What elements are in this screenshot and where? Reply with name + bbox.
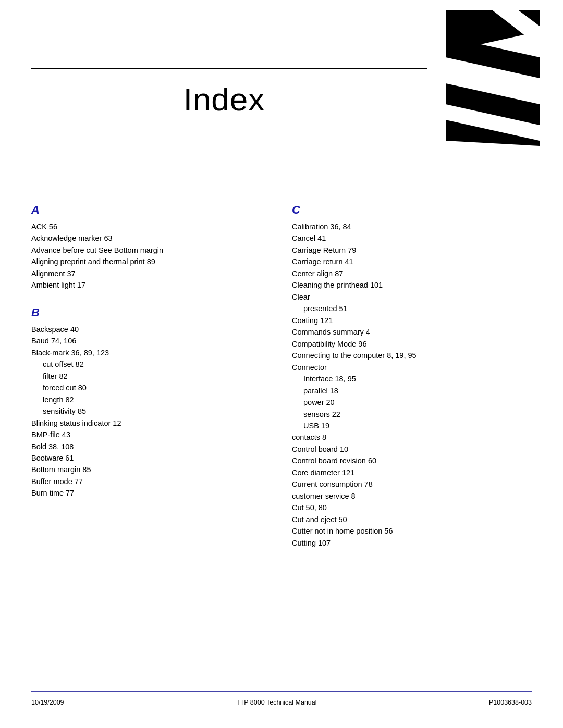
entry-cutting: Cutting 107 xyxy=(292,537,532,549)
content-area: A ACK 56 Acknowledge marker 63 Advance b… xyxy=(31,203,532,563)
entry-power: power 20 xyxy=(292,397,532,408)
entry-presented: presented 51 xyxy=(292,303,532,314)
entry-ack: ACK 56 xyxy=(31,221,271,232)
entry-parallel: parallel 18 xyxy=(292,385,532,397)
entry-blinking: Blinking status indicator 12 xyxy=(31,417,271,429)
entry-cutter-home: Cutter not in home position 56 xyxy=(292,525,532,537)
entry-burn-time: Burn time 77 xyxy=(31,487,271,499)
entry-connecting: Connecting to the computer 8, 19, 95 xyxy=(292,350,532,361)
entry-control-board-revision: Control board revision 60 xyxy=(292,455,532,466)
entry-clear: Clear xyxy=(292,291,532,303)
entry-usb: USB 19 xyxy=(292,420,532,431)
footer-rule xyxy=(31,691,532,692)
entry-bootware: Bootware 61 xyxy=(31,452,271,464)
entry-aligning: Aligning preprint and thermal print 89 xyxy=(31,256,271,267)
entry-control-board: Control board 10 xyxy=(292,443,532,455)
entry-cut-eject: Cut and eject 50 xyxy=(292,514,532,525)
entry-compatibility-mode: Compatibility Mode 96 xyxy=(292,338,532,350)
footer: 10/19/2009 TTP 8000 Technical Manual P10… xyxy=(31,699,532,706)
footer-part-number: P1003638-003 xyxy=(489,699,532,706)
entry-ack-marker: Acknowledge marker 63 xyxy=(31,232,271,244)
entry-carriage-return-41: Carriage return 41 xyxy=(292,256,532,267)
section-a-header: A xyxy=(31,203,271,217)
entry-calibration: Calibration 36, 84 xyxy=(292,221,532,232)
entry-customer-service: customer service 8 xyxy=(292,490,532,502)
entry-center-align: Center align 87 xyxy=(292,268,532,279)
entry-alignment: Alignment 37 xyxy=(31,268,271,279)
section-b: B Backspace 40 Baud 74, 106 Black-mark 3… xyxy=(31,306,271,499)
entry-connector: Connector xyxy=(292,362,532,373)
entry-filter: filter 82 xyxy=(31,371,271,382)
entry-contacts: contacts 8 xyxy=(292,431,532,443)
entry-bottom-margin: Bottom margin 85 xyxy=(31,464,271,475)
page: Index A ACK 56 Acknowledge marker 63 Adv… xyxy=(0,0,563,728)
entry-bmp: BMP-file 43 xyxy=(31,429,271,440)
right-column: C Calibration 36, 84 Cancel 41 Carriage … xyxy=(292,203,532,563)
entry-sensitivity: sensitivity 85 xyxy=(31,405,271,417)
entry-core-diameter: Core diameter 121 xyxy=(292,467,532,478)
entry-interface: Interface 18, 95 xyxy=(292,373,532,385)
entry-commands-summary: Commands summary 4 xyxy=(292,326,532,338)
entry-backspace: Backspace 40 xyxy=(31,324,271,335)
entry-length: length 82 xyxy=(31,394,271,405)
section-c: C Calibration 36, 84 Cancel 41 Carriage … xyxy=(292,203,532,549)
logo-area xyxy=(438,10,547,146)
section-c-header: C xyxy=(292,203,532,217)
left-column: A ACK 56 Acknowledge marker 63 Advance b… xyxy=(31,203,271,563)
entry-buffer-mode: Buffer mode 77 xyxy=(31,476,271,487)
entry-cleaning: Cleaning the printhead 101 xyxy=(292,279,532,291)
entry-coating: Coating 121 xyxy=(292,315,532,326)
page-title: Index xyxy=(31,81,417,118)
footer-date: 10/19/2009 xyxy=(31,699,64,706)
entry-advance: Advance before cut See Bottom margin xyxy=(31,244,271,256)
entry-baud: Baud 74, 106 xyxy=(31,335,271,347)
entry-cut-offset: cut offset 82 xyxy=(31,359,271,370)
entry-carriage-return-79: Carriage Return 79 xyxy=(292,244,532,256)
entry-forced-cut: forced cut 80 xyxy=(31,382,271,393)
entry-ambient: Ambient light 17 xyxy=(31,279,271,291)
section-a: A ACK 56 Acknowledge marker 63 Advance b… xyxy=(31,203,271,291)
entry-blackmark: Black-mark 36, 89, 123 xyxy=(31,347,271,359)
zebra-logo-icon xyxy=(438,10,547,146)
section-b-header: B xyxy=(31,306,271,319)
entry-current-consumption: Current consumption 78 xyxy=(292,478,532,490)
footer-title: TTP 8000 Technical Manual xyxy=(236,699,317,706)
entry-cut: Cut 50, 80 xyxy=(292,502,532,513)
entry-sensors: sensors 22 xyxy=(292,409,532,420)
entry-cancel: Cancel 41 xyxy=(292,232,532,244)
entry-bold: Bold 38, 108 xyxy=(31,441,271,452)
top-rule xyxy=(31,68,427,69)
